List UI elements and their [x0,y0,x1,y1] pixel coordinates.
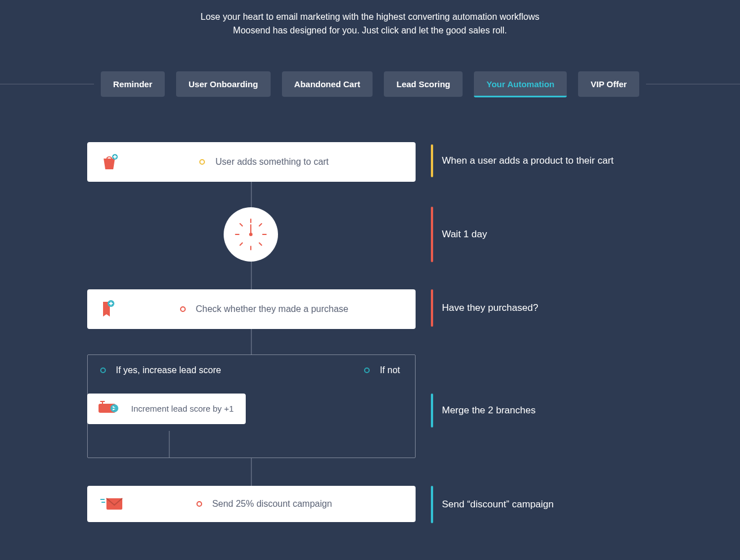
desc-item: When a user adds a product to their cart [431,144,635,177]
workflow-stage: User adds something to cart [87,142,653,560]
desc-text: Send “discount” campaign [442,498,554,512]
branch-yes-label: If yes, increase lead score [116,365,221,375]
step-card-send-discount[interactable]: Send 25% discount campaign [87,486,416,522]
tab-lead-scoring[interactable]: Lead Scoring [384,71,463,97]
desc-bar [431,486,433,523]
desc-text: Merge the 2 branches [442,404,536,418]
trigger-dot-icon [199,159,205,165]
desc-bar [431,207,433,262]
svg-rect-14 [100,401,105,402]
step-label: Check whether they made a purchase [196,304,348,314]
tabs-bar: Reminder User Onboarding Abandoned Cart … [0,71,740,97]
desc-item: Merge the 2 branches [431,394,635,428]
page-subtitle: Lose your heart to email marketing with … [195,0,546,37]
svg-line-5 [240,224,242,226]
connector-line [251,179,252,207]
desc-item: Have they purchased? [431,289,635,327]
svg-line-7 [259,224,262,226]
tab-vip-offer[interactable]: VIP Offer [578,71,639,97]
branch-no-dot-icon [364,367,370,373]
tag-icon [100,300,126,319]
desc-text: Have they purchased? [442,301,538,315]
connector-line [251,327,252,354]
desc-item: Wait 1 day [431,207,635,262]
svg-line-6 [259,243,262,245]
branch-header: If yes, increase lead score If not [88,355,415,380]
flow-column: User adds something to cart [87,142,416,560]
desc-bar [431,394,433,428]
score-icon [97,400,119,417]
send-email-icon [100,496,126,512]
branch-container: If yes, increase lead score If not [87,354,416,458]
tab-abandoned-cart[interactable]: Abandoned Cart [282,71,373,97]
step-label: Send 25% discount campaign [212,499,332,509]
mini-card-label: Increment lead score by +1 [131,403,234,414]
step-card-add-to-cart[interactable]: User adds something to cart [87,142,416,182]
divider-left [0,84,94,84]
step-label: User adds something to cart [215,157,328,167]
branch-yes-dot-icon [100,367,106,373]
action-dot-icon [196,501,202,507]
svg-point-15 [110,404,118,412]
svg-line-8 [240,243,242,245]
mini-card-increment-score[interactable]: Increment lead score by +1 [87,394,246,424]
add-to-cart-icon [100,152,126,172]
condition-dot-icon [180,306,186,312]
tab-reminder[interactable]: Reminder [101,71,165,97]
connector-line [251,458,252,486]
tabs: Reminder User Onboarding Abandoned Cart … [94,71,646,97]
divider-right [646,84,740,84]
tab-user-onboarding[interactable]: User Onboarding [176,71,271,97]
clock-icon [231,215,271,254]
desc-item: Send “discount” campaign [431,486,635,523]
branch-no-label: If not [380,365,400,375]
desc-text: When a user adds a product to their cart [442,154,614,168]
connector-line [251,262,252,289]
tab-your-automation[interactable]: Your Automation [474,71,567,97]
step-card-check-purchase[interactable]: Check whether they made a purchase [87,289,416,329]
wait-node[interactable] [224,207,278,262]
desc-text: Wait 1 day [442,228,487,242]
desc-bar [431,144,433,177]
desc-bar [431,289,433,327]
svg-point-10 [249,233,253,236]
